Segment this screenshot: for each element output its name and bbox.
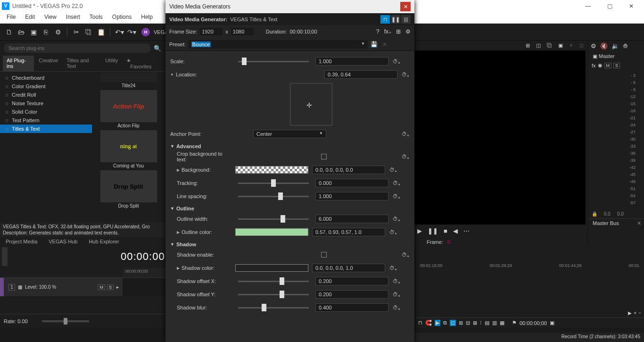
- track-icon[interactable]: ▦: [18, 284, 22, 290]
- duration-value[interactable]: 00:00:10;00: [289, 29, 317, 34]
- tab-project-media[interactable]: Project Media: [0, 237, 43, 246]
- shadow-y-slider[interactable]: [238, 294, 309, 295]
- tool-icon[interactable]: ▦: [500, 320, 504, 326]
- crop-checkbox[interactable]: [321, 154, 327, 159]
- plugin-item[interactable]: ☆Test Pattern: [0, 116, 92, 125]
- scale-value[interactable]: 1.000: [315, 57, 388, 66]
- anchor-dropdown[interactable]: Center▼: [253, 130, 326, 138]
- background-swatch[interactable]: [235, 166, 308, 174]
- keyframe-icon[interactable]: ⏱₊: [389, 228, 397, 236]
- tab-favorites[interactable]: ★ Favorites: [123, 56, 162, 71]
- outline-width-slider[interactable]: [238, 218, 309, 220]
- new-icon[interactable]: 🗋: [4, 27, 14, 37]
- keyframe-icon[interactable]: ⏱₊: [392, 303, 401, 312]
- keyframe-icon[interactable]: ⏱₊: [401, 70, 410, 79]
- plugin-item[interactable]: ☆Noise Texture: [0, 99, 92, 108]
- bars-icon[interactable]: |||: [401, 15, 411, 24]
- mute-button[interactable]: M: [98, 284, 105, 290]
- scale-slider[interactable]: [238, 61, 309, 62]
- star-icon[interactable]: ☆: [5, 92, 9, 98]
- stop-icon[interactable]: ■: [444, 227, 447, 234]
- save-preset-icon[interactable]: 💾: [371, 41, 378, 48]
- remove-icon[interactable]: −: [638, 310, 641, 316]
- preset-thumb[interactable]: ning atComing at You: [100, 130, 157, 169]
- location-value[interactable]: 0.39, 0.64: [324, 70, 397, 79]
- add-icon[interactable]: +: [634, 310, 636, 316]
- shadow-section[interactable]: ▼Shadow: [170, 239, 410, 248]
- outline-color-swatch[interactable]: [235, 228, 308, 236]
- outline-section[interactable]: ▼Outline: [170, 203, 410, 212]
- solo-button[interactable]: S: [613, 63, 620, 68]
- menu-tools[interactable]: Tools: [85, 12, 107, 23]
- linespacing-value[interactable]: 1.000: [315, 192, 388, 200]
- open-icon[interactable]: 🗁: [16, 27, 26, 37]
- gear-icon[interactable]: ⚙: [405, 28, 411, 35]
- linespacing-slider[interactable]: [238, 196, 309, 197]
- save-icon[interactable]: ⎘: [41, 27, 51, 37]
- star-icon[interactable]: ☆: [5, 101, 9, 106]
- keyframe-icon[interactable]: ⏱₊: [392, 179, 401, 187]
- shadow-color-swatch[interactable]: [235, 264, 308, 272]
- menu-insert[interactable]: Insert: [61, 12, 85, 23]
- location-picker[interactable]: ✛: [290, 83, 332, 125]
- play-icon[interactable]: ▶: [417, 227, 422, 234]
- keyframe-icon[interactable]: ⏱₊: [392, 57, 401, 66]
- tracking-value[interactable]: 0.000: [315, 179, 388, 187]
- copy-icon[interactable]: ⿻: [83, 27, 94, 37]
- help-icon[interactable]: ?: [376, 28, 380, 35]
- vegas-hub-icon[interactable]: H: [141, 28, 150, 36]
- dialog-titlebar[interactable]: Video Media Generators ✕: [165, 0, 414, 13]
- snap-icon[interactable]: ⊓: [418, 320, 422, 326]
- pan-mode-icon[interactable]: ⊓: [380, 15, 390, 24]
- search-input[interactable]: [4, 43, 151, 53]
- shadow-enable-checkbox[interactable]: [321, 252, 327, 258]
- star-icon[interactable]: ☆: [5, 118, 9, 123]
- outline-width-value[interactable]: 6.000: [315, 215, 388, 223]
- close-button[interactable]: ✕: [620, 0, 642, 12]
- plugin-item-selected[interactable]: ☆Titles & Text: [0, 125, 92, 133]
- gear-icon[interactable]: ⚙: [53, 27, 63, 37]
- close-icon[interactable]: ✕: [637, 220, 641, 226]
- pause-icon[interactable]: ❚❚: [428, 227, 438, 234]
- scroll-right-icon[interactable]: ▶: [628, 310, 632, 316]
- shadow-x-value[interactable]: 0.200: [315, 277, 388, 285]
- snapshot-icon[interactable]: ▣: [558, 42, 563, 48]
- more-icon[interactable]: ▸: [116, 284, 119, 290]
- keyframe-icon[interactable]: ⏱₊: [392, 192, 401, 200]
- menu-view[interactable]: View: [40, 12, 61, 23]
- star-icon[interactable]: ☆: [5, 109, 9, 115]
- shadow-y-value[interactable]: 0.200: [315, 290, 388, 299]
- collapse-icon[interactable]: ▼: [170, 73, 174, 77]
- magnet-icon[interactable]: 🧲: [425, 320, 432, 326]
- tool-icon[interactable]: ⊠: [473, 320, 477, 326]
- star-icon[interactable]: ☆: [5, 84, 9, 89]
- fx-icon[interactable]: fx₊: [384, 28, 391, 35]
- expand-icon[interactable]: ▶: [177, 230, 180, 234]
- tool-icon[interactable]: ▤: [485, 320, 489, 326]
- tab-creative[interactable]: Creative: [35, 56, 62, 71]
- tab-vegas-hub[interactable]: VEGAS Hub: [43, 237, 83, 246]
- keyframe-icon[interactable]: ⏱₊: [392, 215, 401, 223]
- marker-icon[interactable]: ▶: [435, 320, 440, 326]
- pause-mode-icon[interactable]: ❚❚: [391, 15, 400, 24]
- tracking-slider[interactable]: [238, 183, 309, 184]
- keyframe-icon[interactable]: ⏱₊: [392, 277, 401, 285]
- undo-icon[interactable]: ↶▾: [114, 27, 124, 37]
- preset-thumb[interactable]: Title24: [100, 73, 157, 89]
- minimize-button[interactable]: —: [577, 0, 599, 12]
- preset-dropdown[interactable]: Bounce▼: [189, 40, 368, 49]
- ruler-right[interactable]: 00:01:15;00 00:01:29;29 00:01:44;29 00:0…: [415, 261, 644, 270]
- camera-icon[interactable]: ▣: [28, 27, 39, 37]
- dim-icon[interactable]: 🔉: [611, 42, 619, 50]
- prev-icon[interactable]: ◀: [453, 227, 458, 234]
- tab-hub-explorer[interactable]: Hub Explorer: [83, 237, 124, 246]
- search-icon[interactable]: 🔍: [154, 45, 161, 52]
- more-icon[interactable]: ⋯: [463, 227, 470, 234]
- keyframe-icon[interactable]: ⏱₊: [401, 250, 410, 259]
- overlay-icon[interactable]: ⿻: [547, 42, 552, 48]
- level-label[interactable]: Level: 100.0 %: [25, 284, 56, 290]
- menu-edit[interactable]: Edit: [20, 12, 40, 23]
- tool-icon[interactable]: ▥: [492, 320, 497, 326]
- tool-icon[interactable]: ⊟: [466, 320, 470, 326]
- mute-button[interactable]: M: [604, 63, 612, 68]
